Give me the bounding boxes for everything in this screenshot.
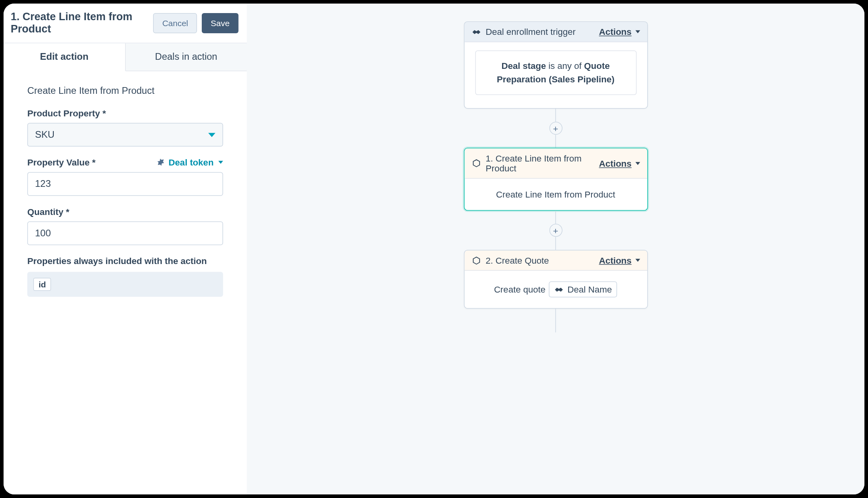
panel-tabs: Edit action Deals in action [4, 43, 247, 71]
panel-title: 1. Create Line Item from Product [11, 11, 154, 36]
deal-token-link-text: Deal token [169, 157, 214, 167]
trigger-title: Deal enrollment trigger [485, 27, 576, 36]
panel-header-buttons: Cancel Save [154, 13, 239, 33]
cube-icon [471, 158, 481, 168]
app-shell: 1. Create Line Item from Product Cancel … [4, 4, 864, 494]
product-property-value: SKU [35, 129, 54, 140]
chevron-down-icon [218, 161, 223, 163]
condition-op: is any of [546, 61, 584, 70]
field-product-property: Product Property * SKU [27, 108, 223, 146]
step1-actions-label: Actions [599, 158, 632, 168]
trigger-actions-label: Actions [599, 27, 632, 36]
add-step-button[interactable]: + [549, 224, 562, 237]
edit-action-panel: 1. Create Line Item from Product Cancel … [4, 4, 247, 494]
form-subtitle: Create Line Item from Product [27, 86, 223, 96]
field-property-value: Property Value * Deal token [27, 157, 223, 196]
step1-body-text: Create Line Item from Product [496, 189, 615, 199]
handshake-icon [554, 285, 564, 294]
trigger-actions-menu[interactable]: Actions [599, 27, 640, 36]
trigger-node[interactable]: Deal enrollment trigger Actions Deal sta… [464, 21, 648, 108]
step2-actions-menu[interactable]: Actions [599, 255, 640, 265]
chevron-down-icon [635, 30, 640, 33]
connector-line [555, 309, 556, 333]
connector-line [555, 211, 556, 224]
panel-header: 1. Create Line Item from Product Cancel … [4, 4, 247, 43]
quantity-input[interactable] [27, 221, 223, 245]
step2-actions-label: Actions [599, 255, 632, 265]
chevron-down-icon [635, 259, 640, 262]
handshake-icon [155, 158, 165, 167]
tab-deals-in-action[interactable]: Deals in action [125, 43, 247, 70]
connector-line [555, 108, 556, 122]
step2-body-prefix: Create quote [494, 284, 546, 294]
step1-header: 1. Create Line Item from Product Actions [464, 148, 647, 179]
step1-body: Create Line Item from Product [464, 179, 647, 210]
step2-body: Create quote Deal Name [464, 271, 647, 308]
step1-node[interactable]: 1. Create Line Item from Product Actions… [464, 148, 648, 211]
deal-name-token-text: Deal Name [567, 284, 612, 294]
handshake-icon [471, 27, 481, 36]
form-area: Create Line Item from Product Product Pr… [4, 71, 247, 494]
cube-icon [471, 255, 481, 265]
property-value-input[interactable] [27, 172, 223, 196]
trigger-condition: Deal stage is any of Quote Preparation (… [475, 50, 636, 95]
plus-icon: + [553, 226, 558, 235]
step2-title: 2. Create Quote [485, 255, 549, 265]
save-button[interactable]: Save [202, 13, 239, 33]
included-property-chip: id [33, 278, 51, 291]
field-quantity: Quantity * [27, 207, 223, 245]
tab-edit-action[interactable]: Edit action [4, 43, 125, 71]
connector-line [555, 237, 556, 250]
add-step-button[interactable]: + [549, 122, 562, 135]
chevron-down-icon [208, 133, 215, 137]
property-value-label: Property Value * [27, 157, 96, 167]
quantity-label: Quantity * [27, 207, 223, 217]
always-included-box: id [27, 272, 223, 297]
step2-node[interactable]: 2. Create Quote Actions Create quote Dea… [464, 250, 648, 308]
plus-icon: + [553, 124, 558, 133]
connector-line [555, 135, 556, 148]
deal-name-token: Deal Name [549, 281, 618, 297]
step1-title: 1. Create Line Item from Product [485, 153, 599, 173]
product-property-label: Product Property * [27, 108, 223, 118]
chevron-down-icon [635, 162, 640, 165]
always-included-heading: Properties always included with the acti… [27, 256, 223, 266]
step2-header: 2. Create Quote Actions [464, 251, 647, 271]
trigger-node-header: Deal enrollment trigger Actions [464, 22, 647, 42]
product-property-select[interactable]: SKU [27, 123, 223, 146]
cancel-button[interactable]: Cancel [154, 13, 197, 33]
condition-subject: Deal stage [502, 61, 546, 70]
step1-actions-menu[interactable]: Actions [599, 158, 640, 168]
workflow-canvas[interactable]: Deal enrollment trigger Actions Deal sta… [247, 4, 864, 494]
deal-token-link[interactable]: Deal token [155, 157, 223, 167]
